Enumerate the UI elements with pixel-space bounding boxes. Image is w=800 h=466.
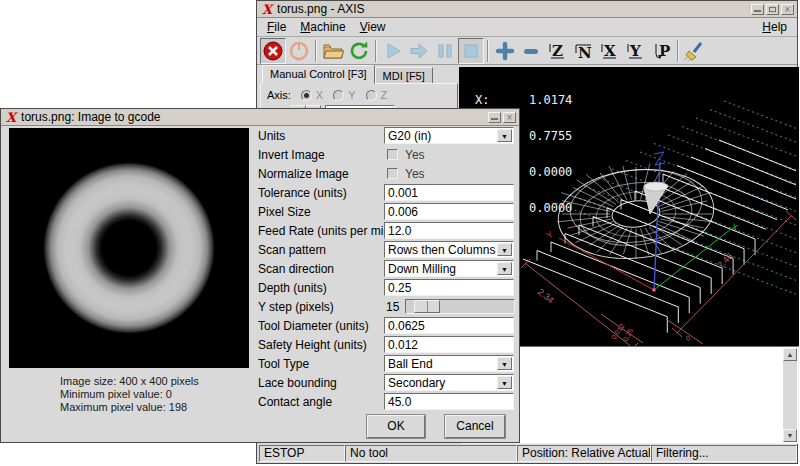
axis-x-label: X [316, 89, 323, 101]
axis-select-row: Axis: X Y Z [267, 89, 387, 101]
tool-type-combobox[interactable]: Ball End▼ [384, 355, 514, 372]
axis-green-label: X [730, 221, 739, 232]
dialog-close-button[interactable]: × [503, 112, 516, 123]
stop-button[interactable] [458, 38, 484, 64]
field-row-tolerance: Tolerance (units) 0.001 [1, 184, 519, 201]
axis-y-label: Y [348, 89, 355, 101]
view-n-icon: N [572, 40, 594, 62]
y-step-slider[interactable] [405, 299, 515, 314]
safety-height-input[interactable]: 0.012 [384, 336, 514, 353]
run-button[interactable] [380, 38, 406, 64]
axis-y-radio[interactable] [333, 90, 344, 101]
axis-x-radio[interactable] [301, 90, 312, 101]
clear-plot-button[interactable] [682, 38, 708, 64]
field-label: Depth (units) [258, 281, 327, 295]
field-label: Tool Type [258, 357, 309, 371]
zoom-out-button[interactable] [518, 38, 544, 64]
dimension-y-label: 2.46 [715, 251, 734, 270]
view-x-button[interactable]: X [596, 38, 622, 64]
view-z-icon: Z [546, 40, 568, 62]
close-icon: × [504, 111, 515, 124]
menu-file[interactable]: File [260, 19, 293, 35]
axis-logo-icon: X [262, 3, 272, 16]
dialog-minimize-button[interactable] [488, 112, 501, 123]
pixel-size-input[interactable]: 0.006 [384, 203, 514, 220]
maximize-button[interactable] [766, 4, 779, 15]
combo-value: Ball End [388, 357, 433, 371]
tolerance-input[interactable]: 0.001 [384, 184, 514, 201]
status-tool: No tool [345, 445, 517, 462]
menu-help[interactable]: Help [755, 19, 794, 35]
view-y-button[interactable]: Y [622, 38, 648, 64]
axis-z-radio[interactable] [366, 90, 377, 101]
dialog-title: torus.png: Image to gcode [21, 110, 486, 124]
step-button[interactable] [406, 38, 432, 64]
run-icon [382, 40, 404, 62]
scan-pattern-combobox[interactable]: Rows then Columns▼ [384, 241, 514, 258]
field-row-depth: Depth (units) 0.25 [1, 279, 519, 296]
toolbar-separator [677, 40, 679, 62]
axis-window-title: torus.png - AXIS [277, 2, 749, 16]
field-label: Safety Height (units) [258, 338, 367, 352]
close-button[interactable]: × [781, 4, 794, 15]
zoom-in-button[interactable] [492, 38, 518, 64]
status-position: Position: Relative Actual [517, 445, 651, 462]
depth-input[interactable]: 0.25 [384, 279, 514, 296]
combo-value: Down Milling [388, 262, 456, 276]
svg-text:N: N [578, 44, 592, 62]
field-row-lace-bounding: Lace bounding Secondary▼ [1, 374, 519, 391]
contact-angle-input[interactable]: 45.0 [384, 393, 514, 410]
field-row-units: Units G20 (in)▼ [1, 127, 519, 144]
field-label: Lace bounding [258, 376, 337, 390]
pause-button[interactable] [432, 38, 458, 64]
estop-icon [262, 40, 284, 62]
units-combobox[interactable]: G20 (in)▼ [384, 127, 514, 144]
open-file-button[interactable] [320, 38, 346, 64]
menu-machine[interactable]: Machine [293, 19, 352, 35]
dialog-titlebar[interactable]: X torus.png: Image to gcode × [1, 109, 519, 126]
view-x-icon: X [598, 40, 620, 62]
field-row-pixel-size: Pixel Size 0.006 [1, 203, 519, 220]
view-z-button[interactable]: Z [544, 38, 570, 64]
checkbox-label: Yes [405, 167, 425, 181]
invert-image-checkbox[interactable] [387, 149, 398, 160]
scan-direction-combobox[interactable]: Down Milling▼ [384, 260, 514, 277]
combo-value: Rows then Columns [388, 243, 495, 257]
cancel-button[interactable]: Cancel [445, 415, 505, 438]
lace-bounding-combobox[interactable]: Secondary▼ [384, 374, 514, 391]
svg-text:Y: Y [629, 42, 641, 60]
statusbar: ESTOP No tool Position: Relative Actual … [259, 445, 797, 462]
tool-diameter-input[interactable]: 0.0625 [384, 317, 514, 334]
scroll-up-icon[interactable]: ▲ [783, 348, 797, 361]
pause-icon [434, 40, 456, 62]
reload-button[interactable] [346, 38, 372, 64]
view-p-button[interactable]: P [648, 38, 674, 64]
scrollbar[interactable]: ▲ ▼ [783, 348, 797, 442]
desktop: X torus.png - AXIS × File Machine View H… [0, 0, 800, 466]
dimension-x-label: 2.34 [536, 287, 556, 306]
svg-text:Z: Z [552, 42, 563, 60]
toolbar-separator [487, 40, 489, 62]
combo-value: Secondary [388, 376, 445, 390]
view-n-button[interactable]: N [570, 38, 596, 64]
estop-button[interactable] [260, 38, 286, 64]
tab-manual-control[interactable]: Manual Control [F3] [262, 65, 375, 84]
chevron-down-icon: ▼ [497, 357, 512, 370]
field-label: Tool Diameter (units) [258, 319, 369, 333]
axis-z-label: Z [381, 89, 388, 101]
field-row-feed-rate: Feed Rate (units per minute) 12.0 [1, 222, 519, 239]
field-row-scan-direction: Scan direction Down Milling▼ [1, 260, 519, 277]
chevron-down-icon: ▼ [497, 243, 512, 256]
ok-button[interactable]: OK [367, 415, 425, 438]
normalize-image-checkbox[interactable] [387, 168, 398, 179]
machine-power-button[interactable] [286, 38, 312, 64]
toolbar-separator [375, 40, 377, 62]
minimize-button[interactable] [751, 4, 764, 15]
axis-titlebar[interactable]: X torus.png - AXIS × [257, 1, 797, 18]
maximize-icon [769, 7, 776, 12]
tab-mdi[interactable]: MDI [F5] [375, 67, 433, 84]
slider-handle[interactable] [414, 300, 440, 313]
feed-rate-input[interactable]: 12.0 [384, 222, 514, 239]
menu-view[interactable]: View [353, 19, 393, 35]
scroll-down-icon[interactable]: ▼ [783, 429, 797, 442]
